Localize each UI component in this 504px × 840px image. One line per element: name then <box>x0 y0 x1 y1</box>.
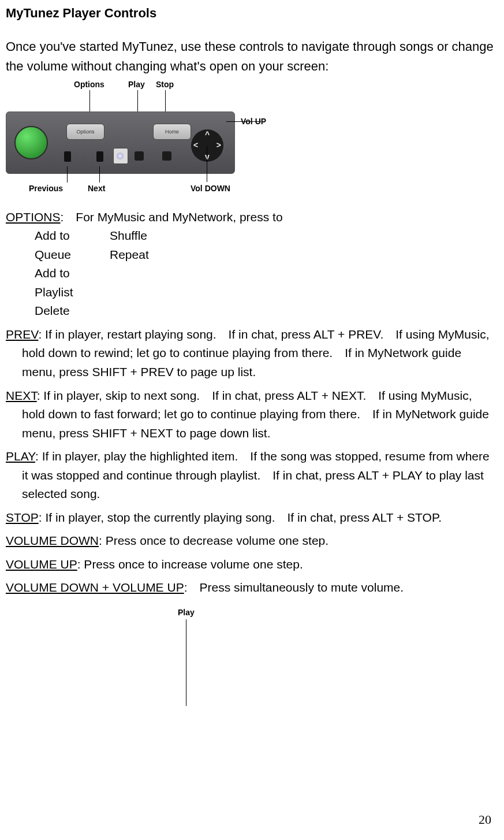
entry-label: VOLUME UP <box>6 557 77 571</box>
leader-line <box>186 619 186 706</box>
page-title: MyTunez Player Controls <box>6 6 496 21</box>
entry-text: : If in player, stop the currently playi… <box>39 511 442 524</box>
leader-line <box>67 166 68 183</box>
options-item: Shuffle <box>110 226 149 246</box>
prev-button-icon <box>64 151 71 162</box>
callout-vol-up: Vol UP <box>241 117 266 126</box>
options-label: OPTIONS <box>6 210 61 224</box>
callout-play: Play <box>128 80 145 89</box>
entry-text: : Press once to decrease volume one step… <box>99 534 328 547</box>
callout-stop: Stop <box>156 80 174 89</box>
leader-line <box>99 166 100 183</box>
entry-text: : If in player, play the highlighted ite… <box>22 449 490 500</box>
options-tail: : For MyMusic and MyNetwork, press to <box>61 210 283 224</box>
entry-text: : Press once to increase volume one step… <box>77 557 303 571</box>
options-item: Repeat <box>110 246 149 265</box>
entry-label: NEXT <box>6 389 37 402</box>
controls-diagram: Options Play Stop Options Home ^ v < > <box>6 80 496 207</box>
intro-paragraph: Once you've started MyTunez, use these c… <box>6 37 496 76</box>
callout-next: Next <box>88 184 105 193</box>
entry-play: PLAY: If in player, play the highlighted… <box>6 447 496 504</box>
callout-play-bottom: Play <box>178 608 195 617</box>
entry-text: : Press simultaneously to mute volume. <box>184 581 404 594</box>
callout-previous: Previous <box>29 184 63 193</box>
entry-stop: STOP: If in player, stop the currently p… <box>6 508 496 527</box>
entry-text: : If in player, skip to next song. If in… <box>22 389 489 440</box>
play-button-icon <box>135 151 144 161</box>
dpad-icon: ^ v < > <box>191 129 223 162</box>
options-item: Add to Playlist <box>35 264 87 302</box>
dpad-right-icon: > <box>216 140 221 150</box>
device-photo: Options Home ^ v < > <box>6 111 235 174</box>
entry-next: NEXT: If in player, skip to next song. I… <box>6 386 496 443</box>
document-page: MyTunez Player Controls Once you've star… <box>0 0 504 840</box>
stop-button-icon <box>162 151 171 161</box>
entry-prev: PREV: If in player, restart playing song… <box>6 325 496 382</box>
next-button-icon <box>96 151 103 162</box>
entry-label: VOLUME DOWN + VOLUME UP <box>6 581 184 594</box>
center-button-icon <box>113 148 128 164</box>
entry-label: STOP <box>6 511 39 524</box>
power-button-icon <box>14 126 48 159</box>
home-button-icon: Home <box>153 124 191 140</box>
options-section: OPTIONS: For MyMusic and MyNetwork, pres… <box>6 210 496 321</box>
entry-label: PLAY <box>6 449 35 463</box>
entry-volume-down: VOLUME DOWN: Press once to decrease volu… <box>6 531 496 551</box>
callout-options: Options <box>74 80 104 89</box>
callout-vol-down: Vol DOWN <box>191 184 230 193</box>
entry-volume-up: VOLUME UP: Press once to increase volume… <box>6 555 496 574</box>
options-item: Delete <box>35 302 87 321</box>
entry-label: VOLUME DOWN <box>6 534 99 547</box>
options-button-icon: Options <box>66 124 104 140</box>
dpad-up-icon: ^ <box>205 130 210 139</box>
options-item: Add to Queue <box>35 226 87 264</box>
entry-text: : If in player, restart playing song. If… <box>22 328 489 378</box>
dpad-left-icon: < <box>193 140 198 150</box>
entry-mute: VOLUME DOWN + VOLUME UP: Press simultane… <box>6 578 496 597</box>
leader-line <box>207 146 207 182</box>
page-number: 20 <box>479 812 491 827</box>
bottom-callout: Play <box>6 608 496 706</box>
entry-label: PREV <box>6 328 38 341</box>
